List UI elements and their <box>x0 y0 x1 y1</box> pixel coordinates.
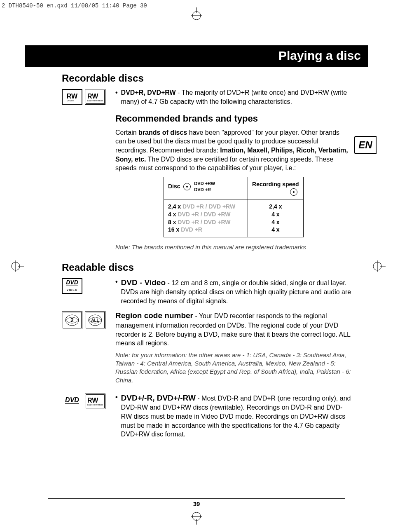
recommended-brands-heading: Recommended brands and types <box>115 112 352 125</box>
region-all-icon: ALL <box>85 311 105 329</box>
dvd-rw-text: DVD+/-R, DVD+/-RW - Most DVD-R and DVD+R… <box>121 393 352 439</box>
bullet-dot: • <box>115 88 118 108</box>
bullet-dot: • <box>115 277 118 308</box>
table-header-speed: Recording speed <box>248 177 303 199</box>
speed-table: Disc DVD +RW DVD +R Recording speed 2,4 … <box>164 177 304 237</box>
crop-mark-top <box>188 7 205 24</box>
svg-text:2: 2 <box>70 317 74 323</box>
dvd-logo-icon: DVD <box>62 394 82 409</box>
dvd-rw-logo-icon: RWDVD+ReWritable <box>85 394 105 409</box>
section-recordable-heading: Recordable discs <box>62 73 368 84</box>
print-job-header: 2_DTH8540-50_en.qxd 11/08/05 11:40 Page … <box>2 2 147 9</box>
crop-mark-bottom <box>188 508 205 525</box>
disc-icon <box>183 183 191 190</box>
page-number: 39 <box>48 498 345 507</box>
chapter-title-bar: Playing a disc <box>25 45 368 67</box>
table-speed-cells: 2,4 x 4 x 4 x 4 x <box>248 199 303 237</box>
dvd-plus-rw-icon: RWDVD+ReWritable <box>85 89 105 105</box>
table-disc-cells: 2,4 x DVD +R / DVD +RW 4 x DVD +R / DVD … <box>164 199 248 237</box>
table-header-disc: Disc DVD +RW DVD +R <box>164 177 248 199</box>
region-text: Region code number - Your DVD recorder r… <box>115 310 352 347</box>
region-2-icon: 2 <box>62 311 82 329</box>
dvd-plus-r-icon: RWDVD+R <box>62 89 82 105</box>
dvd-video-icon-col: DVDVIDEO <box>62 277 111 308</box>
dvd-rw-icon-col: DVD RWDVD+ReWritable <box>62 393 111 441</box>
dvd-video-text: DVD - Video - 12 cm and 8 cm, single or … <box>121 277 352 306</box>
svg-text:ALL: ALL <box>91 318 99 323</box>
trademark-note: Note: The brands mentioned in this manua… <box>115 243 352 251</box>
section-readable-heading: Readable discs <box>62 262 368 273</box>
recordable-bullet: DVD+R, DVD+RW - The majority of DVD+R (w… <box>121 88 352 106</box>
recordable-icons: RWDVD+R RWDVD+ReWritable <box>62 88 111 254</box>
crop-mark-right <box>369 258 386 274</box>
region-icon-col: 2 ALL <box>62 310 111 387</box>
bullet-dot: • <box>115 393 118 441</box>
recommended-brands-para: Certain brands of discs have been "appro… <box>115 128 352 173</box>
page-content: Playing a disc EN Recordable discs RWDVD… <box>25 25 368 507</box>
dvd-video-icon: DVDVIDEO <box>62 278 82 294</box>
language-tab: EN <box>354 136 377 154</box>
region-note: Note: for your information: the other ar… <box>115 351 352 384</box>
disc-icon <box>290 188 297 196</box>
crop-mark-left <box>7 258 24 274</box>
